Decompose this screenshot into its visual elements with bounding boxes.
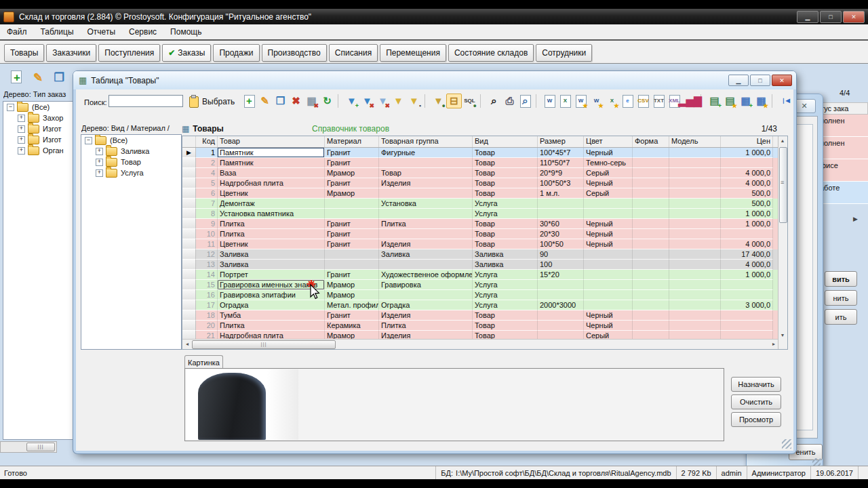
- cell-form[interactable]: [633, 229, 669, 239]
- cell-price[interactable]: [721, 158, 773, 168]
- assign-picture-button[interactable]: Назначить: [731, 377, 781, 392]
- expand-icon[interactable]: +: [18, 136, 25, 144]
- table-row[interactable]: 20ПлиткаКерамикаПлиткаТоварЧерный: [182, 321, 787, 331]
- cell-color[interactable]: [584, 280, 633, 290]
- cell-marker[interactable]: ▶: [182, 148, 196, 158]
- cell-name[interactable]: Заливка: [218, 260, 325, 270]
- table-row[interactable]: 15Гравировка именных знаковМраморГравиро…: [182, 280, 787, 290]
- cell-name[interactable]: Цветник: [218, 239, 325, 249]
- tree-item-organizatsiya[interactable]: +Орган: [3, 145, 73, 156]
- cell-price[interactable]: 500,0: [721, 188, 773, 199]
- export-word-icon[interactable]: W: [542, 94, 557, 108]
- cell-name[interactable]: Оградка: [218, 300, 325, 310]
- cell-color[interactable]: Черный: [584, 219, 633, 229]
- cell-color[interactable]: Темно-серь: [584, 158, 633, 168]
- cell-form[interactable]: [633, 148, 669, 158]
- cell-form[interactable]: [633, 260, 669, 270]
- tab-prodazhi[interactable]: Продажи: [213, 44, 259, 62]
- background-expand-arrow[interactable]: ▶: [853, 216, 858, 222]
- cell-size[interactable]: 100*45*7: [538, 148, 584, 158]
- column-header-group[interactable]: Товарная группа: [379, 136, 473, 147]
- export-w-icon[interactable]: W★: [589, 94, 604, 108]
- tab-spisaniya[interactable]: Списания: [329, 44, 378, 62]
- cell-material[interactable]: Гранит: [325, 178, 379, 188]
- filter-view-icon[interactable]: ▼●: [431, 94, 446, 108]
- cell-group[interactable]: Товар: [379, 168, 473, 178]
- cell-form[interactable]: [633, 209, 669, 219]
- column-header-price[interactable]: Цен: [721, 136, 773, 147]
- cell-color[interactable]: Черный: [584, 310, 633, 321]
- hscroll-left-arrow[interactable]: ◂: [182, 340, 192, 348]
- cell-code[interactable]: 5: [196, 178, 218, 188]
- nav-first-icon[interactable]: ❘◀: [778, 94, 792, 108]
- cell-size[interactable]: 100*50*3: [538, 178, 584, 188]
- view-picture-button[interactable]: Просмотр: [731, 412, 781, 427]
- cell-price[interactable]: [721, 321, 773, 331]
- cell-form[interactable]: [633, 158, 669, 168]
- export-excel-icon[interactable]: X: [557, 94, 573, 108]
- grid-settings-icon[interactable]: ▦★: [753, 94, 769, 108]
- cell-kind[interactable]: Товар: [473, 219, 538, 229]
- cell-code[interactable]: 17: [196, 300, 218, 310]
- menu-file[interactable]: Файл: [0, 27, 34, 37]
- vscroll-down-arrow[interactable]: ▼: [778, 331, 787, 340]
- tab-proizvodstvo[interactable]: Производство: [262, 44, 327, 62]
- cell-marker[interactable]: [182, 270, 196, 280]
- cell-color[interactable]: Черный: [584, 229, 633, 239]
- cell-kind[interactable]: Товар: [473, 229, 538, 239]
- cell-model[interactable]: [669, 209, 721, 219]
- tree-item-izgotovlenie-2[interactable]: +Изгот: [3, 134, 73, 145]
- table-row[interactable]: 7ДемонтажУстановкаУслуга500,0: [182, 199, 787, 209]
- cell-price[interactable]: 1 000,0: [721, 270, 773, 280]
- filter-clear-all-icon[interactable]: ▼✖: [375, 94, 391, 108]
- sql-filter-icon[interactable]: SQL●: [462, 94, 477, 108]
- cell-code[interactable]: 14: [196, 270, 218, 280]
- delete-record-icon[interactable]: ✖: [288, 94, 304, 108]
- cell-marker[interactable]: [182, 219, 196, 229]
- cell-code[interactable]: 15: [196, 280, 218, 290]
- menu-help[interactable]: Помощь: [163, 27, 208, 37]
- cell-price[interactable]: [721, 310, 773, 321]
- background-column-header[interactable]: тус зака: [818, 102, 868, 115]
- export-x-icon[interactable]: X★: [604, 94, 620, 108]
- bg-add-record-icon[interactable]: +: [8, 69, 26, 85]
- tree-item-zalivka[interactable]: +Заливка: [81, 146, 181, 157]
- cell-kind[interactable]: Заливка: [473, 260, 538, 270]
- cell-marker[interactable]: [182, 290, 196, 300]
- cell-kind[interactable]: Услуга: [473, 209, 538, 219]
- cell-material[interactable]: Мрамор: [325, 168, 379, 178]
- table-row[interactable]: 2ПамятникГранитТовар110*50*7Темно-серь: [182, 158, 787, 168]
- cell-size[interactable]: 1 м.л.: [538, 188, 584, 199]
- cell-name[interactable]: Установка памятника: [218, 209, 325, 219]
- cell-form[interactable]: [633, 239, 669, 249]
- cell-price[interactable]: 4 000,0: [721, 168, 773, 178]
- filter-add-icon[interactable]: ▼+: [344, 94, 359, 108]
- cell-model[interactable]: [669, 249, 721, 260]
- vscroll-thumb[interactable]: [779, 147, 787, 223]
- collapse-icon[interactable]: −: [7, 104, 14, 111]
- menu-tables[interactable]: Таблицы: [34, 27, 81, 37]
- column-header-code[interactable]: Код: [196, 136, 218, 147]
- menu-reports[interactable]: Отчеты: [81, 27, 122, 37]
- cell-model[interactable]: [669, 168, 721, 178]
- column-header-model[interactable]: Модель: [669, 136, 721, 147]
- cell-group[interactable]: [379, 158, 473, 168]
- cell-kind[interactable]: Услуга: [473, 280, 538, 290]
- find-icon[interactable]: ⌕: [486, 94, 502, 108]
- cell-code[interactable]: 11: [196, 239, 218, 249]
- tab-zakazy[interactable]: ✔Заказы: [162, 44, 211, 62]
- cell-size[interactable]: 90: [538, 249, 584, 260]
- expand-icon[interactable]: +: [96, 159, 103, 166]
- cell-size[interactable]: 30*60: [538, 219, 584, 229]
- cell-price[interactable]: 4 000,0: [721, 178, 773, 188]
- cell-material[interactable]: [325, 209, 379, 219]
- hscroll-thumb[interactable]: |||: [192, 340, 336, 349]
- table-row[interactable]: 6ЦветникМраморТовар1 м.л.Серый500,0: [182, 188, 787, 199]
- cell-marker[interactable]: [182, 239, 196, 249]
- edit-child-row-icon[interactable]: ▤★: [722, 94, 738, 108]
- cell-marker[interactable]: [182, 280, 196, 290]
- clear-picture-button[interactable]: Очистить: [731, 394, 781, 409]
- cell-size[interactable]: [538, 290, 584, 300]
- cell-group[interactable]: Художественное оформле: [379, 270, 473, 280]
- tree-panel-toggle-icon[interactable]: ⊟: [446, 94, 462, 108]
